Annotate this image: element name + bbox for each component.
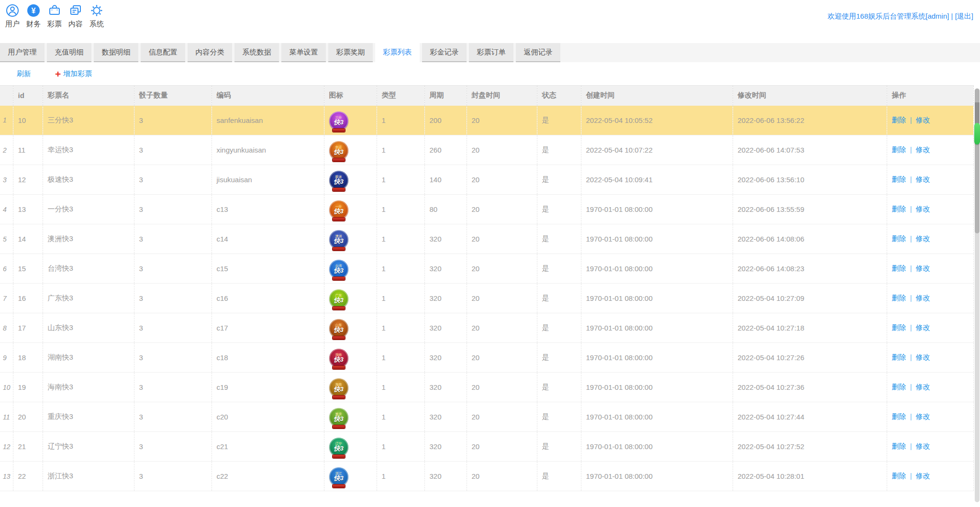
tab-info-config[interactable]: 信息配置 (141, 43, 185, 62)
menu-item-system[interactable]: 系统 (86, 3, 107, 29)
close-time-cell: 20 (467, 402, 537, 432)
delete-link[interactable]: 删除 (892, 323, 906, 331)
tab-lottery-periods[interactable]: 彩票奖期 (328, 43, 373, 62)
modified-time-cell: 2022-05-04 10:27:52 (733, 432, 887, 462)
lottery-name-cell: 山东快3 (43, 313, 134, 343)
edit-link[interactable]: 修改 (916, 175, 930, 183)
tab-lottery-list[interactable]: 彩票列表 (375, 43, 420, 62)
table-row[interactable]: 11 20 重庆快3 3 c20 重庆 快3 1 320 20 是 1970-0… (0, 402, 973, 432)
edit-link[interactable]: 修改 (916, 294, 930, 302)
menu-item-user[interactable]: 用户 (2, 3, 23, 29)
tab-user-management[interactable]: 用户管理 (0, 43, 45, 62)
actions-cell: 删除 | 修改 (887, 165, 973, 195)
delete-link[interactable]: 删除 (892, 412, 906, 420)
table-row[interactable]: 5 14 澳洲快3 3 c14 澳洲 快3 1 320 20 是 1970-01… (0, 224, 973, 254)
table-row[interactable]: 4 13 一分快3 3 c13 一分 快3 1 80 20 是 1970-01-… (0, 195, 973, 224)
dice-count-cell: 3 (134, 313, 212, 343)
delete-link[interactable]: 删除 (892, 472, 906, 480)
status-cell: 是 (537, 224, 581, 254)
cycle-cell: 80 (424, 195, 467, 224)
table-row[interactable]: 12 21 辽宁快3 3 c21 辽宁 快3 1 320 20 是 1970-0… (0, 432, 973, 462)
delete-link[interactable]: 删除 (892, 116, 906, 124)
tab-recharge-details[interactable]: 充值明细 (47, 43, 91, 62)
tab-menu-settings[interactable]: 菜单设置 (281, 43, 326, 62)
scrollbar-green-handle[interactable] (974, 123, 980, 144)
tab-bonus-records[interactable]: 彩金记录 (422, 43, 467, 62)
delete-link[interactable]: 删除 (892, 145, 906, 154)
type-cell: 1 (377, 432, 424, 462)
menu-item-finance[interactable]: ¥ 财务 (23, 3, 44, 29)
edit-link[interactable]: 修改 (916, 353, 930, 361)
dice-count-cell: 3 (134, 195, 212, 224)
tab-content-category[interactable]: 内容分类 (188, 43, 232, 62)
lottery-badge-icon: 台湾 快3 (329, 260, 348, 279)
tab-rebate-records[interactable]: 返佣记录 (516, 43, 560, 62)
menu-item-content[interactable]: 内容 (65, 3, 86, 29)
actions-cell: 删除 | 修改 (887, 284, 973, 313)
delete-link[interactable]: 删除 (892, 234, 906, 242)
table-row[interactable]: 3 12 极速快3 3 jisukuaisan 极速 快3 1 140 20 是… (0, 165, 973, 195)
dice-count-cell: 3 (134, 224, 212, 254)
table-row[interactable]: 7 16 广东快3 3 c16 广东 快3 1 320 20 是 1970-01… (0, 284, 973, 313)
delete-link[interactable]: 删除 (892, 264, 906, 272)
table-row[interactable]: 6 15 台湾快3 3 c15 台湾 快3 1 320 20 是 1970-01… (0, 254, 973, 284)
type-cell: 1 (377, 373, 424, 402)
icon-cell: 澳洲 快3 (324, 224, 377, 254)
edit-link[interactable]: 修改 (916, 323, 930, 331)
menu-item-lottery[interactable]: 彩票 (44, 3, 65, 29)
type-cell: 1 (377, 343, 424, 373)
row-number-cell: 4 (0, 195, 13, 224)
edit-link[interactable]: 修改 (916, 116, 930, 124)
delete-link[interactable]: 删除 (892, 383, 906, 391)
lottery-name-cell: 三分快3 (43, 106, 134, 135)
delete-link[interactable]: 删除 (892, 353, 906, 361)
logout-link[interactable]: [退出] (955, 12, 973, 20)
badge-ribbon (333, 455, 345, 458)
edit-link[interactable]: 修改 (916, 234, 930, 242)
refresh-button[interactable]: 刷新 (17, 69, 31, 78)
delete-link[interactable]: 删除 (892, 175, 906, 183)
user-icon (6, 3, 19, 18)
modified-time-cell: 2022-06-06 13:55:59 (733, 195, 887, 224)
delete-link[interactable]: 删除 (892, 442, 906, 450)
delete-link[interactable]: 删除 (892, 205, 906, 213)
actions-cell: 删除 | 修改 (887, 313, 973, 343)
table-row[interactable]: 9 18 湖南快3 3 c18 湖南 快3 1 320 20 是 1970-01… (0, 343, 973, 373)
tab-lottery-orders[interactable]: 彩票订单 (469, 43, 513, 62)
edit-link[interactable]: 修改 (916, 412, 930, 420)
svg-text:¥: ¥ (32, 7, 36, 15)
edit-link[interactable]: 修改 (916, 264, 930, 272)
icon-cell: 极速 快3 (324, 165, 377, 195)
edit-link[interactable]: 修改 (916, 442, 930, 450)
badge-ribbon (333, 247, 345, 251)
lottery-table-wrap: id彩票名骰子数量编码图标类型周期封盘时间状态创建时间修改时间操作 1 10 三… (0, 85, 980, 491)
table-row[interactable]: 8 17 山东快3 3 c17 山东 快3 1 320 20 是 1970-01… (0, 313, 973, 343)
modified-time-cell: 2022-06-06 14:08:06 (733, 224, 887, 254)
menu-label: 彩票 (47, 20, 62, 29)
dice-count-cell: 3 (134, 165, 212, 195)
code-cell: jisukuaisan (212, 165, 324, 195)
table-row[interactable]: 13 22 浙江快3 3 c22 浙江 快3 1 320 20 是 1970-0… (0, 462, 973, 491)
edit-link[interactable]: 修改 (916, 472, 930, 480)
delete-link[interactable]: 删除 (892, 294, 906, 302)
table-row[interactable]: 1 10 三分快3 3 sanfenkuaisan 三分 快3 1 200 20… (0, 106, 973, 135)
scrollbar-thumb-dark-section[interactable] (975, 102, 980, 123)
toolbar: 刷新 + 增加彩票 (0, 62, 980, 85)
edit-link[interactable]: 修改 (916, 383, 930, 391)
table-row[interactable]: 2 11 幸运快3 3 xingyunkuaisan 幸运 快3 1 260 2… (0, 135, 973, 165)
id-cell: 17 (13, 313, 43, 343)
modified-time-cell: 2022-05-04 10:27:44 (733, 402, 887, 432)
add-lottery-button[interactable]: + 增加彩票 (55, 69, 92, 79)
icon-cell: 三分 快3 (324, 106, 377, 135)
tab-system-data[interactable]: 系统数据 (234, 43, 279, 62)
welcome-bar: 欢迎使用168娱乐后台管理系统[admin] | [退出] (827, 12, 973, 21)
tab-data-details[interactable]: 数据明细 (94, 43, 138, 62)
modified-time-cell: 2022-06-06 14:07:53 (733, 135, 887, 165)
edit-link[interactable]: 修改 (916, 145, 930, 154)
column-header-status: 状态 (537, 86, 581, 106)
edit-link[interactable]: 修改 (916, 205, 930, 213)
id-cell: 10 (13, 106, 43, 135)
lottery-name-cell: 浙江快3 (43, 462, 134, 491)
table-row[interactable]: 10 19 海南快3 3 c19 海南 快3 1 320 20 是 1970-0… (0, 373, 973, 402)
dice-count-cell: 3 (134, 284, 212, 313)
